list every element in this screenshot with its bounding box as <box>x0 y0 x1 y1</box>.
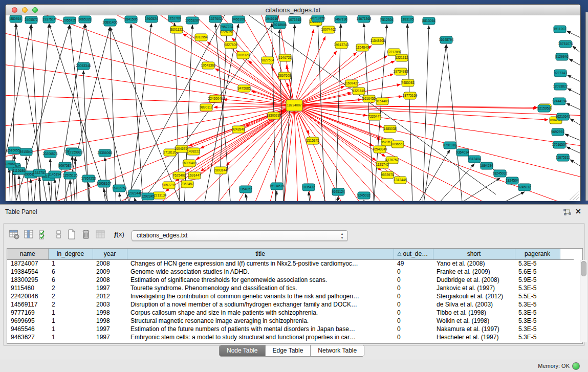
graph-node[interactable]: 1691447 <box>188 172 201 179</box>
graph-node[interactable]: 18245032 <box>493 170 508 177</box>
table-cell[interactable]: 18724007 <box>7 259 48 268</box>
graph-node[interactable]: 20891406 <box>103 19 118 26</box>
table-cell[interactable]: 19384554 <box>7 268 48 276</box>
graph-node[interactable]: 1154840 <box>356 44 369 51</box>
table-cell[interactable]: 9777169 <box>7 309 48 317</box>
table-cell[interactable]: 0 <box>394 268 433 276</box>
graph-node[interactable]: 9545124 <box>332 188 345 195</box>
table-cell[interactable]: 2008 <box>93 276 127 284</box>
panel-float-icon[interactable] <box>563 209 571 216</box>
graph-edge[interactable] <box>6 105 294 152</box>
table-cell[interactable]: Estimation of the future numbers of pati… <box>127 325 394 333</box>
column-header-title[interactable]: title <box>127 249 394 259</box>
graph-node[interactable]: 10653287 <box>185 17 200 24</box>
graph-node[interactable]: 8813054 <box>422 17 435 25</box>
graph-edge[interactable] <box>232 38 294 105</box>
graph-edge[interactable] <box>336 24 341 201</box>
graph-node[interactable]: 9227343 <box>554 70 567 77</box>
graph-node[interactable]: 1841505 <box>124 16 138 23</box>
graph-edge[interactable] <box>435 164 474 201</box>
graph-node[interactable]: 9215953 <box>537 105 551 112</box>
graph-node[interactable]: 1342757 <box>33 169 46 177</box>
graph-node[interactable]: 9692991 <box>551 128 564 136</box>
graph-node[interactable]: 1125745 <box>376 161 389 168</box>
table-cell[interactable]: 0 <box>394 276 433 284</box>
graph-edge[interactable] <box>226 105 294 165</box>
graph-node[interactable]: 12505135 <box>63 172 78 179</box>
graph-node[interactable]: 8601123 <box>170 26 183 33</box>
table-cell[interactable]: Yano et al. (2008) <box>433 259 515 268</box>
graph-node[interactable]: 8791910 <box>443 142 456 149</box>
graph-node[interactable]: 7957224 <box>220 24 233 31</box>
table-row[interactable]: 1872400712008Changes of HCN gene express… <box>7 259 574 268</box>
table-row[interactable]: 1456911722003Disruption of a novel membe… <box>7 300 574 309</box>
graph-edge[interactable] <box>294 105 548 120</box>
graph-node[interactable]: 12444194 <box>552 98 567 105</box>
table-cell[interactable]: Tibbo et al. (1998) <box>433 309 515 317</box>
graph-node[interactable]: 1467136 <box>334 16 347 23</box>
graph-node[interactable]: 9364034 <box>456 149 469 156</box>
table-cell[interactable]: Investigating the contribution of common… <box>127 292 394 300</box>
graph-node[interactable]: 2405572 <box>25 16 38 24</box>
resize-grip-icon[interactable] <box>573 194 579 200</box>
graph-edge[interactable] <box>294 46 372 105</box>
graph-node[interactable]: 10719155 <box>311 15 325 22</box>
window-titlebar[interactable]: citations_edges.txt <box>6 5 580 16</box>
graph-node[interactable]: 1183105 <box>401 16 414 23</box>
table-cell[interactable]: 9463627 <box>7 333 48 341</box>
graph-node[interactable]: 1152760 <box>168 15 181 22</box>
table-cell[interactable]: 2012 <box>93 292 127 300</box>
graph-node[interactable]: 1616452 <box>362 95 376 102</box>
column-header-short[interactable]: short <box>433 249 515 259</box>
graph-node[interactable]: 18724007 <box>286 100 302 111</box>
graph-edge[interactable] <box>284 25 295 201</box>
graph-edge[interactable] <box>567 103 580 110</box>
graph-node[interactable]: 17957253 <box>81 175 96 182</box>
tab-network-table[interactable]: Network Table <box>311 345 364 356</box>
column-header-year[interactable]: year <box>93 249 127 259</box>
table-cell[interactable]: 5.3E-5 <box>515 259 560 268</box>
graph-node[interactable]: 9154409 <box>376 98 389 105</box>
graph-edge[interactable] <box>183 34 294 105</box>
table-cell[interactable]: 5.5E-5 <box>515 292 560 300</box>
graph-node[interactable]: 16210643 <box>556 113 571 120</box>
graph-node[interactable]: 16549349 <box>373 146 387 153</box>
table-row[interactable]: 946554611997Estimation of the future num… <box>7 325 574 333</box>
table-cell[interactable]: 18300295 <box>7 276 48 284</box>
table-cell[interactable]: 9699695 <box>7 317 48 325</box>
graph-node[interactable]: 9097587 <box>58 162 72 169</box>
graph-node[interactable]: 17016504 <box>552 141 567 148</box>
graph-node[interactable]: 1115686 <box>13 167 26 174</box>
table-cell[interactable]: 0 <box>394 317 433 325</box>
table-cell[interactable]: 1 <box>48 309 93 317</box>
graph-node[interactable]: 9466160 <box>232 16 245 23</box>
graph-node[interactable]: 8915542 <box>19 148 33 156</box>
column-header-pagerank[interactable]: pagerank <box>515 249 560 259</box>
graph-edge[interactable] <box>294 105 367 116</box>
graph-edge[interactable] <box>294 30 314 105</box>
graph-edge[interactable] <box>570 160 580 166</box>
graph-node[interactable]: 9129946 <box>555 53 569 60</box>
graph-node[interactable]: 1354857 <box>239 186 252 193</box>
graph-node[interactable]: 1824504 <box>506 177 519 184</box>
table-cell[interactable]: 1 <box>48 333 93 341</box>
graph-edge[interactable] <box>407 24 412 201</box>
table-cell[interactable]: 5.3E-5 <box>515 309 560 317</box>
graph-edge[interactable] <box>495 192 525 201</box>
graph-node[interactable]: 1937514 <box>42 16 56 23</box>
table-cell[interactable]: de Silva et al. (2003) <box>433 300 515 309</box>
graph-node[interactable]: 8912954 <box>194 34 208 41</box>
table-cell[interactable]: Jankovic et al. (1997) <box>433 284 515 292</box>
table-cell[interactable]: Nakamura et al. (1997) <box>433 325 515 333</box>
column-header-in_degree[interactable]: in_degree <box>48 249 93 259</box>
table-cell[interactable]: 1997 <box>93 325 127 333</box>
graph-edge[interactable] <box>568 89 580 95</box>
graph-node[interactable]: 880954 <box>10 15 22 23</box>
graph-edge[interactable] <box>568 75 580 81</box>
table-cell[interactable]: 5.3E-5 <box>515 284 560 292</box>
table-cell[interactable]: 0 <box>394 292 433 300</box>
graph-node[interactable]: 1312445 <box>394 177 407 184</box>
graph-edge[interactable] <box>336 196 338 201</box>
table-cell[interactable]: 2003 <box>93 300 127 309</box>
graph-node[interactable]: 9827509 <box>224 41 237 49</box>
